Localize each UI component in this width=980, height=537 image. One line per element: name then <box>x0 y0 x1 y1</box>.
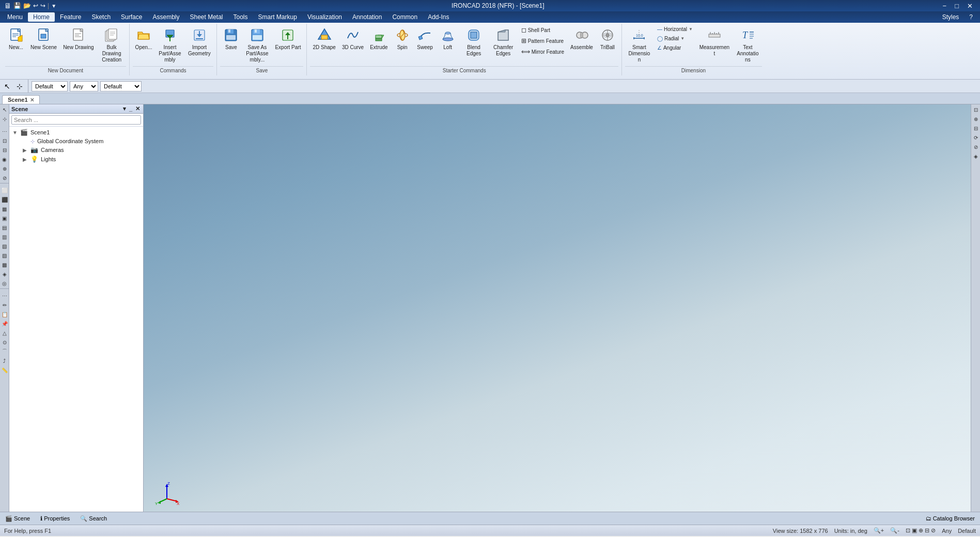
scene1-tab[interactable]: Scene1 ✕ <box>2 95 40 104</box>
tool-7[interactable]: ⊕ <box>1 164 9 173</box>
tool-1[interactable]: ↖ <box>1 105 9 114</box>
menu-item-sketch[interactable]: Sketch <box>86 12 116 22</box>
menu-item-sheetmetal[interactable]: Sheet Metal <box>184 12 228 22</box>
menu-item-addins[interactable]: Add-Ins <box>423 12 454 22</box>
menu-item-visualization[interactable]: Visualization <box>302 12 347 22</box>
view-controls[interactable]: ⊡ ▣ ⊕ ⊟ ⊘ <box>906 527 936 534</box>
tree-expand-scene1[interactable]: ▼ <box>12 130 19 135</box>
tree-expand-cameras[interactable]: ▶ <box>23 147 29 153</box>
tool-2[interactable]: ⊹ <box>1 115 9 123</box>
tool-3[interactable]: ⋯ <box>1 127 9 135</box>
mirror-feature-button[interactable]: ⟺ Mirror Feature <box>519 47 567 57</box>
quick-access-toolbar[interactable]: 🖥 💾 📂 ↩ ↪ | ▼ <box>4 2 56 10</box>
menu-item-menu[interactable]: Menu <box>2 12 28 22</box>
cursor-tool[interactable]: ⊹ <box>14 81 25 91</box>
tool-14[interactable]: ▥ <box>1 233 9 241</box>
right-tool-5[interactable]: ⊘ <box>972 143 980 151</box>
export-button[interactable]: Export Part <box>272 25 303 53</box>
tool-11[interactable]: ▦ <box>1 205 9 213</box>
open-button[interactable]: Open... <box>133 25 155 53</box>
sweep-button[interactable]: Sweep <box>414 25 436 53</box>
radial-button[interactable]: ◯ Radial ▼ <box>655 34 695 43</box>
smart-dimension-button[interactable]: 10.0 Smart Dimension <box>625 25 654 65</box>
tree-item-cameras[interactable]: ▶ 📷 Cameras <box>10 145 142 155</box>
scene1-tab-close[interactable]: ✕ <box>30 97 34 103</box>
2d-shape-button[interactable]: 2D Shape <box>310 25 338 53</box>
tool-21[interactable]: ✏ <box>1 301 9 309</box>
save-button[interactable]: Save <box>220 25 242 53</box>
new-scene-button[interactable]: New Scene <box>28 25 59 53</box>
tool-27[interactable]: ⤴ <box>1 357 9 365</box>
panel-close-icon[interactable]: ✕ <box>134 105 141 112</box>
text-annotations-button[interactable]: T Text Annotations <box>734 25 762 65</box>
properties-bottom-tab[interactable]: ℹ Properties <box>37 514 73 523</box>
minimize-button[interactable]: − <box>940 2 950 10</box>
right-tool-3[interactable]: ⊟ <box>972 124 980 132</box>
tool-8[interactable]: ⊘ <box>1 174 9 182</box>
assemble-button[interactable]: Assemble <box>568 25 596 53</box>
scene-search-input[interactable] <box>11 115 141 125</box>
right-tool-1[interactable]: ⊡ <box>972 105 980 114</box>
save-as-button[interactable]: ... Save As Part/Assembly... <box>243 25 271 65</box>
panel-menu-icon[interactable]: ▾ <box>122 105 127 112</box>
menu-item-home[interactable]: Home <box>28 12 55 22</box>
menu-item-annotation[interactable]: Annotation <box>347 12 387 22</box>
menu-item-tools[interactable]: Tools <box>228 12 253 22</box>
tool-13[interactable]: ▤ <box>1 223 9 232</box>
tool-24[interactable]: △ <box>1 329 9 337</box>
tool-19[interactable]: ◎ <box>1 279 9 287</box>
any-dropdown[interactable]: Any <box>70 81 98 91</box>
right-tool-2[interactable]: ⊕ <box>972 115 980 123</box>
filter-dropdown[interactable]: Default <box>32 81 68 91</box>
search-bottom-tab[interactable]: 🔍 Search <box>77 514 110 523</box>
right-tool-4[interactable]: ⟳ <box>972 133 980 142</box>
tree-item-global-coord[interactable]: ⊹ Global Coordinate System <box>10 137 142 145</box>
pattern-feature-button[interactable]: ⊞ Pattern Feature <box>519 36 567 46</box>
viewport[interactable]: Z X Y <box>144 104 971 512</box>
menu-item-smartmarkup[interactable]: Smart Markup <box>253 12 302 22</box>
style-dropdown[interactable]: Default <box>100 81 142 91</box>
blend-edges-button[interactable]: Blend Edges <box>460 25 488 59</box>
chamfer-edges-button[interactable]: Chamfer Edges <box>489 25 518 59</box>
loft-button[interactable]: Loft <box>437 25 459 53</box>
angular-button[interactable]: ∠ Angular <box>655 43 695 52</box>
import-button[interactable]: Import Geometry <box>185 25 213 59</box>
tool-20[interactable]: ⋯ <box>1 291 9 300</box>
catalog-browser-tab[interactable]: 🗂 Catalog Browser <box>923 514 978 523</box>
tool-9[interactable]: ⬜ <box>1 186 9 194</box>
spin-button[interactable]: Spin <box>392 25 413 53</box>
tool-6[interactable]: ◉ <box>1 155 9 163</box>
horizontal-button[interactable]: — Horizontal ▼ <box>655 25 695 34</box>
menu-item-assembly[interactable]: Assembly <box>147 12 184 22</box>
tree-item-scene1[interactable]: ▼ 🎬 Scene1 <box>10 128 142 137</box>
scene-bottom-tab[interactable]: 🎬 Scene <box>2 514 33 523</box>
new-button[interactable]: New... <box>5 25 27 53</box>
menu-item-feature[interactable]: Feature <box>55 12 86 22</box>
maximize-button[interactable]: □ <box>952 2 962 10</box>
menu-item-help[interactable]: ? <box>964 12 978 22</box>
tool-5[interactable]: ⊟ <box>1 146 9 154</box>
zoom-out-icon[interactable]: 🔍- <box>890 527 899 534</box>
tree-expand-lights[interactable]: ▶ <box>23 157 29 162</box>
3d-curve-button[interactable]: 3D Curve <box>339 25 366 53</box>
menu-item-common[interactable]: Common <box>387 12 423 22</box>
right-tool-6[interactable]: ◈ <box>972 152 980 160</box>
new-drawing-button[interactable]: New Drawing <box>60 25 96 53</box>
close-button[interactable]: ✕ <box>964 2 976 10</box>
tool-18[interactable]: ◈ <box>1 270 9 278</box>
tool-28[interactable]: 📏 <box>1 366 9 374</box>
tree-item-lights[interactable]: ▶ 💡 Lights <box>10 155 142 164</box>
tool-23[interactable]: 📌 <box>1 319 9 328</box>
panel-minimize-icon[interactable]: _ <box>128 105 133 112</box>
tool-17[interactable]: ▩ <box>1 260 9 269</box>
tool-10[interactable]: ⬛ <box>1 195 9 204</box>
extrude-button[interactable]: Extrude <box>367 25 390 53</box>
menu-item-styles[interactable]: Styles <box>937 12 965 22</box>
tool-25[interactable]: ⊙ <box>1 338 9 346</box>
tool-16[interactable]: ▨ <box>1 251 9 259</box>
zoom-icons[interactable]: 🔍+ <box>874 527 884 534</box>
tool-15[interactable]: ▧ <box>1 242 9 250</box>
menu-item-surface[interactable]: Surface <box>116 12 147 22</box>
measurement-button[interactable]: Measurement <box>696 25 733 59</box>
tool-12[interactable]: ▣ <box>1 214 9 222</box>
